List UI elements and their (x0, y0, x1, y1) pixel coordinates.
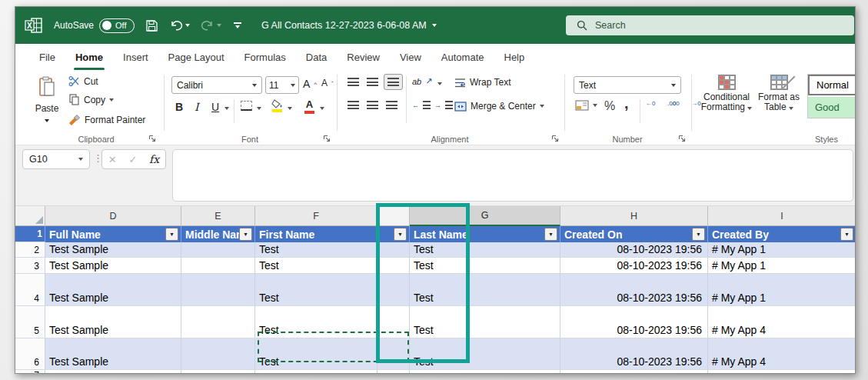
borders-button[interactable] (241, 101, 252, 111)
conditional-formatting-button[interactable]: Conditional Formatting (698, 75, 755, 112)
save-button[interactable] (145, 19, 158, 32)
header-cell-full-name[interactable]: Full Name ▼ (45, 226, 181, 242)
clipboard-dialog-launcher-icon[interactable] (148, 135, 156, 142)
cell[interactable] (255, 370, 377, 374)
top-align-button[interactable] (348, 78, 359, 86)
formula-input[interactable] (172, 149, 853, 202)
cell-created-on[interactable]: 08-10-2023 19:56 (560, 242, 708, 258)
name-box[interactable]: G10 (22, 149, 90, 169)
cell-middle-name[interactable] (181, 306, 255, 338)
tab-review[interactable]: Review (337, 44, 390, 70)
tab-formulas[interactable]: Formulas (234, 44, 296, 70)
autosave-control[interactable]: AutoSave Off (54, 18, 135, 33)
row-number-2[interactable]: 2 (15, 242, 45, 258)
underline-button[interactable]: U (211, 101, 219, 113)
merge-center-button[interactable]: Merge & Center (454, 101, 544, 112)
format-as-table-button[interactable]: Format as Table (755, 75, 803, 112)
cell-created-by[interactable]: # My App 4 (708, 306, 855, 338)
cell[interactable] (708, 370, 855, 374)
cell[interactable] (410, 370, 560, 374)
cell[interactable] (560, 370, 708, 374)
cell-middle-name[interactable] (181, 274, 255, 306)
row-number-3[interactable]: 3 (15, 258, 45, 274)
column-header-f[interactable]: F (255, 206, 377, 226)
percent-style-button[interactable]: % (604, 99, 615, 113)
accounting-format-button[interactable] (575, 100, 597, 111)
cell[interactable] (181, 370, 255, 374)
header-cell-middle-name[interactable]: Middle Nam ▼ (181, 226, 255, 242)
row-number-1[interactable]: 1 (15, 226, 45, 242)
cell-created-on[interactable]: 08-10-2023 19:56 (560, 258, 708, 274)
tab-home[interactable]: Home (65, 44, 113, 70)
filter-button-full-name[interactable]: ▼ (165, 228, 178, 241)
copy-button[interactable]: Copy (68, 94, 114, 105)
middle-align-button[interactable] (367, 78, 378, 86)
search-box[interactable]: Search (566, 15, 854, 35)
column-header-d[interactable]: D (45, 206, 181, 226)
font-family-select[interactable]: Calibri (171, 76, 262, 94)
document-title[interactable]: G All Contacts 12-27-2023 6-06-08 AM (261, 20, 437, 31)
cell-middle-name[interactable] (181, 242, 255, 258)
orientation-chevron-down-icon[interactable] (437, 82, 442, 85)
font-color-chevron-down-icon[interactable] (320, 107, 324, 110)
decrease-indent-button[interactable]: ← (412, 101, 431, 109)
cell-first-name[interactable]: Test (255, 242, 377, 258)
row-number-6[interactable]: 6 (15, 338, 45, 370)
style-normal[interactable]: Normal (808, 75, 856, 95)
undo-button[interactable] (169, 19, 183, 32)
cell[interactable] (45, 370, 181, 374)
font-dialog-launcher-icon[interactable] (323, 135, 331, 142)
row-number-7[interactable]: 7 (15, 370, 45, 374)
redo-menu-chevron-down-icon[interactable] (217, 24, 221, 27)
insert-function-button[interactable]: fx (149, 153, 159, 165)
format-painter-button[interactable]: Format Painter (68, 114, 145, 125)
customize-quick-access-toolbar-icon[interactable] (234, 22, 241, 28)
shrink-font-button[interactable]: Aˇ (321, 78, 334, 88)
orientation-button[interactable]: ab↗ (412, 76, 432, 86)
cell-first-name[interactable]: Test (255, 258, 377, 274)
tab-file[interactable]: File (29, 44, 65, 70)
font-color-button[interactable]: A (304, 98, 314, 114)
excel-logo-icon[interactable]: X (25, 17, 43, 34)
number-format-select[interactable]: Text (574, 76, 681, 94)
cell-created-on[interactable]: 08-10-2023 19:56 (560, 338, 708, 370)
comma-style-button[interactable]: , (624, 95, 629, 112)
cancel-button[interactable]: ✕ (108, 154, 117, 165)
row-number-5[interactable]: 5 (15, 306, 45, 338)
font-size-select[interactable]: 11 (265, 76, 299, 94)
tab-automate[interactable]: Automate (431, 44, 494, 70)
increase-decimal-button[interactable]: ←0 .00 (646, 101, 660, 107)
cell-created-by[interactable]: # My App 1 (708, 258, 855, 274)
row-number-4[interactable]: 4 (15, 274, 45, 306)
tab-help[interactable]: Help (494, 44, 535, 70)
italic-button[interactable]: I (195, 101, 199, 113)
cell-full-name[interactable]: Test Sample (45, 258, 181, 274)
autosave-toggle[interactable]: Off (99, 18, 135, 33)
cut-button[interactable]: Cut (68, 76, 98, 87)
cell-full-name[interactable]: Test Sample (45, 306, 181, 338)
header-cell-created-on[interactable]: Created On ▼ (560, 226, 708, 242)
style-good[interactable]: Good (808, 97, 856, 118)
bold-button[interactable]: B (175, 101, 183, 113)
undo-menu-chevron-down-icon[interactable] (185, 24, 190, 27)
cell-created-by[interactable]: # My App 1 (708, 274, 855, 306)
column-header-e[interactable]: E (181, 206, 255, 226)
cell-created-by[interactable]: # My App 4 (708, 338, 855, 370)
enter-button[interactable]: ✓ (128, 154, 137, 165)
tab-data[interactable]: Data (296, 44, 337, 70)
tab-page-layout[interactable]: Page Layout (158, 44, 234, 70)
wrap-text-button[interactable]: Wrap Text (454, 77, 511, 88)
column-header-h[interactable]: H (560, 206, 708, 226)
alignment-dialog-launcher-icon[interactable] (551, 135, 559, 142)
cell-created-on[interactable]: 08-10-2023 19:56 (560, 274, 708, 306)
center-button[interactable] (367, 101, 378, 109)
fill-color-button[interactable] (271, 99, 283, 112)
cell-full-name[interactable]: Test Sample (45, 338, 181, 370)
decrease-decimal-button[interactable]: .00 →0 (667, 101, 681, 107)
filter-button-created-by[interactable]: ▼ (840, 228, 853, 241)
filter-button-created-on[interactable]: ▼ (692, 228, 705, 241)
cell[interactable] (377, 370, 410, 374)
number-dialog-launcher-icon[interactable] (678, 135, 686, 142)
redo-button[interactable] (201, 19, 215, 32)
underline-chevron-down-icon[interactable] (224, 107, 229, 110)
